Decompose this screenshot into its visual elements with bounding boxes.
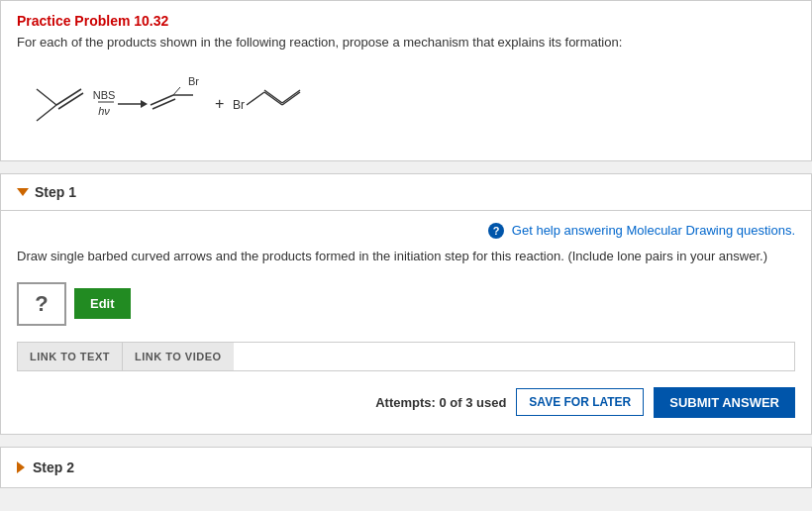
svg-text:NBS: NBS [93, 89, 116, 101]
svg-text:Br: Br [188, 75, 199, 87]
svg-line-12 [173, 87, 180, 95]
help-link[interactable]: ? Get help answering Molecular Drawing q… [17, 223, 795, 239]
attempts-label: Attempts: 0 of 3 used [375, 395, 506, 410]
svg-line-17 [264, 92, 282, 105]
svg-text:Br: Br [233, 98, 245, 112]
problem-title: Practice Problem 10.32 [17, 13, 795, 29]
question-box: ? [17, 282, 66, 326]
link-to-video-button[interactable]: LINK TO VIDEO [123, 343, 234, 370]
step2-title: Step 2 [33, 460, 74, 475]
svg-text:hν: hν [98, 105, 110, 117]
reaction-area: NBS hν Br + Br [17, 59, 795, 145]
step2-section: Step 2 [0, 447, 812, 488]
problem-description: For each of the products shown in the fo… [17, 35, 795, 50]
step-instructions: Draw single barbed curved arrows and the… [17, 247, 795, 266]
edit-button[interactable]: Edit [74, 288, 131, 319]
link-to-text-button[interactable]: LINK TO TEXT [18, 343, 123, 370]
reaction-svg: NBS hν Br + Br [27, 67, 324, 137]
drawing-area: ? Edit [17, 282, 795, 326]
attempts-row: Attempts: 0 of 3 used SAVE FOR LATER SUB… [17, 383, 795, 422]
step1-section: Step 1 ? Get help answering Molecular Dr… [0, 173, 812, 435]
svg-marker-8 [141, 100, 148, 108]
links-row: LINK TO TEXT LINK TO VIDEO [17, 342, 795, 371]
problem-section: Practice Problem 10.32 For each of the p… [0, 0, 812, 161]
svg-line-18 [264, 90, 282, 103]
main-container: Practice Problem 10.32 For each of the p… [0, 0, 812, 488]
svg-line-19 [282, 92, 300, 105]
step1-header[interactable]: Step 1 [1, 174, 811, 211]
save-later-button[interactable]: SAVE FOR LATER [516, 388, 644, 416]
divider [0, 161, 812, 167]
step1-title: Step 1 [35, 184, 76, 200]
help-icon: ? [488, 223, 504, 239]
svg-line-20 [282, 90, 300, 103]
question-mark: ? [35, 291, 48, 317]
divider2 [0, 435, 812, 441]
svg-line-10 [151, 95, 173, 105]
svg-line-11 [152, 99, 175, 109]
collapse-icon [17, 188, 29, 196]
step1-body: ? Get help answering Molecular Drawing q… [1, 211, 811, 434]
svg-text:+: + [215, 95, 224, 112]
submit-answer-button[interactable]: SUBMIT ANSWER [654, 387, 795, 418]
svg-line-16 [247, 92, 264, 105]
expand-icon [17, 461, 25, 473]
svg-line-2 [37, 89, 56, 105]
step2-header[interactable]: Step 2 [1, 448, 811, 487]
help-text: Get help answering Molecular Drawing que… [512, 223, 795, 238]
svg-line-3 [37, 105, 56, 121]
